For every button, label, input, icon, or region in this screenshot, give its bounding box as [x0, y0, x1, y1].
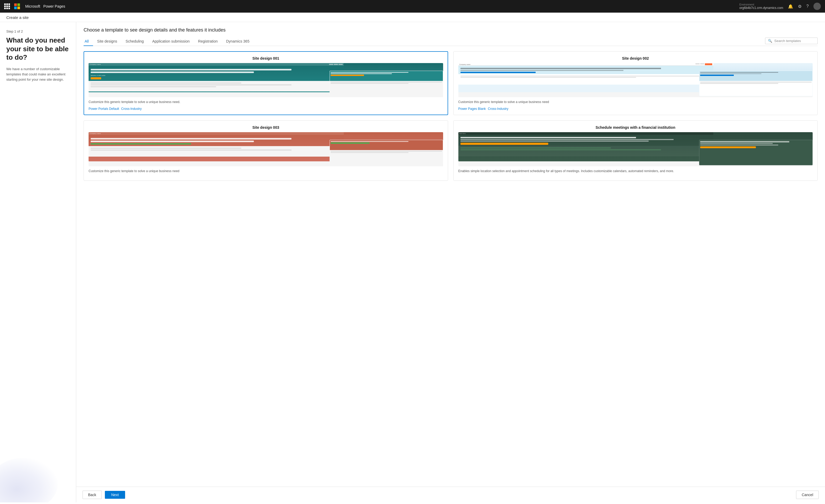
template-preview-002: Company name [458, 63, 813, 97]
template-tags-002: Power Pages Blank Cross-Industry [458, 107, 813, 111]
tag-cross-industry-002[interactable]: Cross-Industry [488, 107, 508, 111]
sidebar-background-decoration [0, 458, 58, 502]
template-desc-schedule: Enables simple location selection and ap… [458, 169, 813, 173]
next-button[interactable]: Next [105, 491, 125, 499]
tab-application-submission[interactable]: Application submission [148, 37, 194, 46]
template-title-schedule: Schedule meetings with a financial insti… [458, 125, 813, 130]
help-icon[interactable]: ? [806, 4, 809, 9]
step-indicator: Step 1 of 2 [6, 29, 70, 33]
settings-icon[interactable]: ⚙ [798, 4, 802, 9]
template-card-001[interactable]: Site design 001 Company name [84, 51, 448, 115]
template-title-002: Site design 002 [458, 56, 813, 61]
template-card-002[interactable]: Site design 002 Company name [453, 51, 818, 115]
template-desc-002: Customize this generic template to solve… [458, 100, 813, 104]
topnav: Microsoft Power Pages Environment org6b4… [0, 0, 825, 13]
tab-dynamics-365[interactable]: Dynamics 365 [222, 37, 253, 46]
page-header: Create a site [0, 13, 825, 22]
template-preview-001: Company name welcome, or call [89, 63, 443, 97]
tag-cross-industry-001[interactable]: Cross-Industry [121, 107, 142, 111]
tag-power-portals-default[interactable]: Power Portals Default [89, 107, 119, 111]
cancel-button[interactable]: Cancel [796, 491, 819, 499]
tab-list: All Site designs Scheduling Application … [84, 37, 765, 46]
sidebar-description: We have a number of customizable templat… [6, 67, 70, 82]
tag-power-pages-blank[interactable]: Power Pages Blank [458, 107, 486, 111]
main-layout: Step 1 of 2 What do you need your site t… [0, 22, 825, 502]
content-top: Choose a template to see design details … [76, 22, 825, 46]
search-placeholder-text: Search templates [774, 39, 801, 43]
environment-info: Environment org6b4b7c1.crm.dynamics.com [739, 3, 783, 10]
template-desc-003: Customize this generic template to solve… [89, 169, 443, 173]
bell-icon[interactable]: 🔔 [788, 4, 793, 9]
page-title: Create a site [6, 15, 29, 20]
template-title-003: Site design 003 [89, 125, 443, 130]
avatar[interactable] [813, 3, 821, 10]
template-card-003[interactable]: Site design 003 Company name [84, 120, 448, 180]
sidebar-heading: What do you need your site to be able to… [6, 36, 70, 62]
microsoft-logo [14, 3, 20, 9]
template-preview-schedule: Back items [458, 132, 813, 166]
sidebar: Step 1 of 2 What do you need your site t… [0, 22, 76, 502]
template-title-001: Site design 001 [89, 56, 443, 61]
search-templates-input[interactable]: 🔍 Search templates [765, 37, 818, 44]
template-preview-003: Company name [89, 132, 443, 166]
content-area: Choose a template to see design details … [76, 22, 825, 502]
template-tags-001: Power Portals Default Cross-Industry [89, 107, 443, 111]
waffle-menu-icon[interactable] [4, 3, 10, 9]
template-card-schedule[interactable]: Schedule meetings with a financial insti… [453, 120, 818, 180]
tab-scheduling[interactable]: Scheduling [122, 37, 148, 46]
app-name: Power Pages [44, 4, 65, 8]
topnav-right: Environment org6b4b7c1.crm.dynamics.com … [739, 3, 821, 10]
back-button[interactable]: Back [82, 491, 102, 499]
tabs-row: All Site designs Scheduling Application … [84, 37, 818, 46]
tab-all[interactable]: All [84, 37, 93, 46]
content-title: Choose a template to see design details … [84, 27, 818, 33]
template-desc-001: Customize this generic template to solve… [89, 100, 443, 104]
bottom-bar: Back Next Cancel [76, 487, 825, 502]
tab-registration[interactable]: Registration [194, 37, 222, 46]
search-icon: 🔍 [768, 39, 772, 43]
templates-grid: Site design 001 Company name [76, 46, 825, 487]
brand-name: Microsoft [25, 4, 40, 8]
tab-site-designs[interactable]: Site designs [93, 37, 122, 46]
